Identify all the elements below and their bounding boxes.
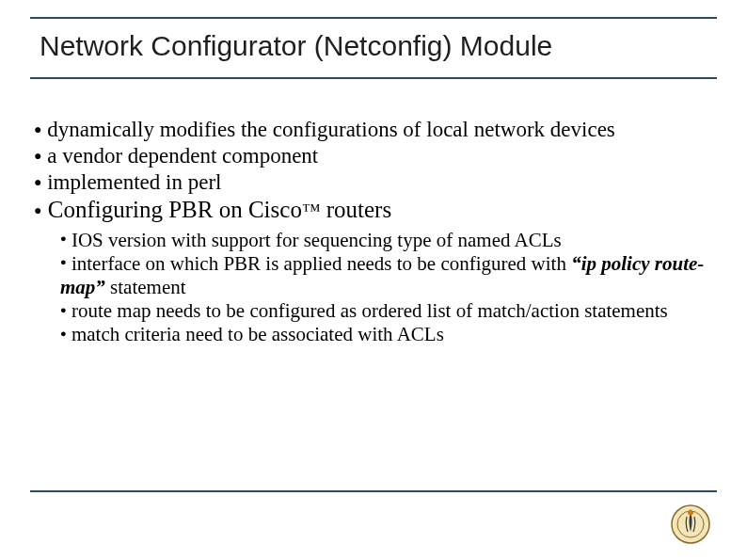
section-text-prefix: Configuring PBR on Cisco [48, 197, 302, 222]
sub-bullet-text: statement [105, 276, 186, 298]
sub-bullet-text: IOS version with support for sequencing … [72, 229, 562, 251]
bullet-item: ● a vendor dependent component [34, 143, 713, 169]
sub-bullet-item: ● interface on which PBR is applied need… [60, 252, 713, 299]
slide-title: Network Configurator (Netconfig) Module [40, 30, 707, 62]
sub-bullet-text: match criteria need to be associated wit… [72, 323, 444, 345]
sub-bullet-item: ● IOS version with support for sequencin… [60, 229, 713, 252]
bullet-icon: ● [60, 328, 67, 339]
section-heading: ● Configuring PBR on Cisco™ routers [34, 196, 713, 225]
bullet-icon: ● [34, 203, 41, 217]
sub-bullet-text: route map needs to be configured as orde… [72, 299, 668, 322]
trademark-symbol: ™ [302, 200, 321, 220]
bullet-text: dynamically modifies the configurations … [47, 118, 615, 141]
sub-bullet-item: ● route map needs to be configured as or… [60, 299, 713, 323]
bullet-icon: ● [34, 122, 41, 136]
bullet-icon: ● [60, 232, 67, 244]
title-block: Network Configurator (Netconfig) Module [30, 17, 717, 79]
sub-bullet-item: ● match criteria need to be associated w… [60, 323, 713, 346]
bullet-item: ● dynamically modifies the configuration… [34, 117, 713, 143]
bullet-icon: ● [34, 175, 41, 189]
bottom-divider [30, 490, 717, 492]
slide: Network Configurator (Netconfig) Module … [0, 0, 747, 560]
bullet-item: ● implemented in perl [34, 169, 713, 196]
body-text: ● dynamically modifies the configuration… [30, 79, 717, 347]
sub-bullet-text: interface on which PBR is applied needs … [72, 252, 571, 275]
bullet-icon: ● [60, 304, 67, 315]
section-text-suffix: routers [321, 197, 392, 222]
bullet-icon: ● [34, 149, 41, 163]
sub-body: ● IOS version with support for sequencin… [34, 225, 713, 347]
bullet-icon: ● [60, 256, 67, 267]
bullet-text: implemented in perl [47, 170, 221, 194]
institution-seal-icon [670, 504, 711, 545]
bullet-text: a vendor dependent component [47, 144, 318, 168]
